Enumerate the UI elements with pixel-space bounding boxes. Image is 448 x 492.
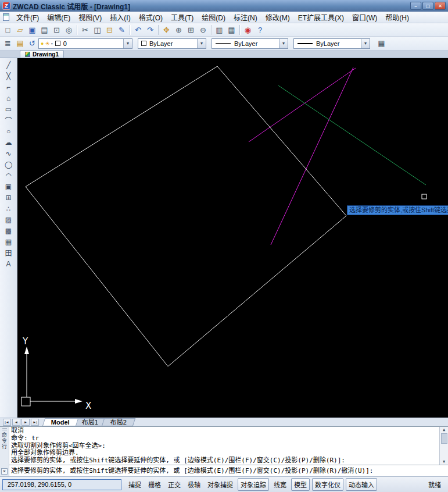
table-icon[interactable]: 田 — [2, 247, 16, 258]
properties-icon[interactable]: ▥ — [213, 24, 225, 35]
scroll-down-icon[interactable]: ▼ — [443, 459, 445, 465]
tab-drawing1[interactable]: Drawing1 — [20, 50, 64, 58]
command-history[interactable]: 取消 命令: tr 选取切割对象作修剪<回车全选>: 用全部对象作修剪边界. 选… — [9, 427, 439, 465]
zoom-previous-icon[interactable]: ⊖ — [197, 24, 209, 35]
standard-toolbar: □ ▱ ▣ ▤ ⊡ ◎ ✂ ◫ ⊟ ✎ ↶ ↷ ✥ ⊕ ⊞ ⊖ ▥ ▦ ◉ ? — [0, 23, 448, 37]
layer-previous-icon[interactable]: ↺ — [26, 38, 38, 49]
polygon-icon[interactable]: ⌂ — [2, 92, 16, 104]
maximize-button[interactable]: ▢ — [422, 2, 433, 10]
toggle-lineweight[interactable]: 线宽 — [271, 479, 289, 490]
toggle-grid[interactable]: 栅格 — [146, 479, 163, 490]
tab-model[interactable]: Model — [42, 418, 78, 426]
toggle-ortho[interactable]: 正交 — [166, 479, 183, 490]
hatch-icon[interactable]: ▨ — [2, 214, 16, 225]
insert-block-icon[interactable]: ▣ — [2, 181, 16, 192]
lineweight-dropdown[interactable]: ByLayer ▾ — [293, 38, 370, 49]
menu-view[interactable]: 视图(V) — [74, 11, 106, 23]
minimize-button[interactable]: – — [410, 2, 421, 10]
menu-et-tools[interactable]: ET扩展工具(X) — [294, 11, 348, 23]
menu-dimension[interactable]: 标注(N) — [230, 11, 261, 23]
chevron-down-icon[interactable]: ▾ — [279, 39, 288, 48]
tab-scroll-next[interactable]: ► — [21, 419, 30, 426]
command-scrollbar[interactable]: ▲ ▼ — [439, 427, 448, 465]
polyline-icon[interactable]: ⌐ — [2, 81, 16, 92]
tab-scroll-last[interactable]: ►| — [31, 419, 39, 426]
tab-layout2[interactable]: 布局2 — [102, 418, 136, 426]
open-icon[interactable]: ▱ — [14, 24, 26, 35]
chevron-down-icon[interactable]: ▾ — [361, 39, 370, 48]
menu-tools[interactable]: 工具(T) — [167, 11, 198, 23]
layer-properties-icon[interactable]: ≣ — [2, 38, 14, 49]
undo-icon[interactable]: ↶ — [132, 24, 144, 35]
save-icon[interactable]: ▣ — [26, 24, 38, 35]
toggle-otrack[interactable]: 对象追踪 — [238, 478, 269, 491]
toggle-snap[interactable]: 捕捉 — [126, 479, 144, 490]
toggle-osnap[interactable]: 对象捕捉 — [205, 479, 235, 490]
lineweight-settings-icon[interactable]: ▦ — [375, 38, 388, 49]
copy-icon[interactable]: ◫ — [91, 24, 103, 35]
find-icon[interactable]: ◎ — [63, 24, 75, 35]
layer-on-icon[interactable]: ● — [41, 41, 44, 47]
menu-edit[interactable]: 编辑(E) — [43, 11, 74, 23]
menu-help[interactable]: 帮助(H) — [381, 11, 413, 23]
zoom-realtime-icon[interactable]: ⊕ — [173, 24, 185, 35]
coordinates-display[interactable]: 257.0198, 290.6155, 0 — [2, 479, 121, 490]
menu-draw[interactable]: 绘图(D) — [198, 11, 230, 23]
spline-icon[interactable]: ∿ — [2, 148, 16, 159]
drag-grip-icon[interactable] — [2, 428, 7, 430]
color-dropdown[interactable]: ByLayer ▾ — [138, 38, 206, 49]
rectangle-icon[interactable]: ▭ — [2, 104, 16, 115]
chevron-down-icon[interactable]: ▾ — [197, 39, 206, 48]
drawing-canvas[interactable]: YX 选择要修剪的实体,或按住Shift键选择要 — [17, 58, 448, 418]
region-icon[interactable]: ▦ — [2, 236, 16, 247]
layer-freeze-icon[interactable]: ☀ — [45, 41, 49, 47]
toggle-tablet[interactable]: 数字化仪 — [312, 478, 343, 491]
menu-file[interactable]: 文件(F) — [12, 11, 43, 23]
paste-icon[interactable]: ⊟ — [103, 24, 116, 35]
tab-scroll-first[interactable]: |◄ — [3, 419, 11, 426]
point-icon[interactable]: ∴ — [2, 203, 16, 214]
print-preview-icon[interactable]: ⊡ — [51, 24, 63, 35]
trim-prompt-tooltip: 选择要修剪的实体,或按住Shift键选择要 — [347, 205, 448, 215]
arc-icon[interactable]: ⌒ — [2, 115, 16, 126]
ellipse-icon[interactable]: ◯ — [2, 159, 16, 170]
redo-icon[interactable]: ↷ — [144, 24, 156, 35]
command-prompt-input[interactable]: 选择要修剪的实体, 或按住Shift键选择要延伸的实体, 或 [边缘模式(E)/… — [9, 465, 448, 477]
toggle-polar[interactable]: 极轴 — [185, 479, 203, 490]
scrollbar-thumb[interactable] — [441, 433, 447, 444]
make-block-icon[interactable]: ⊞ — [2, 192, 16, 203]
pan-icon[interactable]: ✥ — [160, 24, 173, 35]
tab-scroll-prev[interactable]: ◄ — [12, 419, 20, 426]
new-icon[interactable]: □ — [2, 24, 14, 35]
circle-icon[interactable]: ○ — [2, 126, 16, 137]
menu-insert[interactable]: 插入(I) — [106, 11, 134, 23]
close-icon[interactable]: × — [1, 468, 8, 475]
mtext-icon[interactable]: A — [2, 258, 16, 269]
line-icon[interactable]: ╱ — [2, 59, 16, 70]
ellipse-arc-icon[interactable]: ◠ — [2, 170, 16, 181]
document-icon[interactable] — [3, 13, 9, 21]
scroll-up-icon[interactable]: ▲ — [443, 427, 445, 433]
menu-format[interactable]: 格式(O) — [135, 11, 167, 23]
design-center-icon[interactable]: ▦ — [225, 24, 238, 35]
linetype-dropdown[interactable]: ByLayer ▾ — [212, 38, 288, 49]
construction-line-icon[interactable]: ╳ — [2, 70, 16, 81]
close-button[interactable]: ✕ — [435, 2, 446, 10]
menu-window[interactable]: 窗口(W) — [348, 11, 381, 23]
gradient-icon[interactable]: ▩ — [2, 225, 16, 236]
toggle-model[interactable]: 模型 — [291, 478, 310, 491]
help-icon[interactable]: ? — [254, 24, 266, 35]
print-icon[interactable]: ▤ — [38, 24, 51, 35]
online-icon[interactable]: ◉ — [242, 24, 254, 35]
zoom-window-icon[interactable]: ⊞ — [185, 24, 197, 35]
revision-cloud-icon[interactable]: ☁ — [2, 137, 16, 148]
toggle-dyn-input[interactable]: 动态输入 — [346, 478, 377, 491]
command-panel-titlebar[interactable]: 命令行 × — [0, 427, 9, 476]
menu-modify[interactable]: 修改(M) — [261, 11, 294, 23]
layer-dropdown[interactable]: ● ☀ ▪ 0 ▾ — [38, 38, 132, 49]
match-properties-icon[interactable]: ✎ — [116, 24, 128, 35]
cut-icon[interactable]: ✂ — [79, 24, 91, 35]
chevron-down-icon[interactable]: ▾ — [123, 39, 132, 48]
layer-lock-icon[interactable]: ▪ — [51, 41, 53, 47]
layer-states-icon[interactable]: ▤ — [14, 38, 26, 49]
